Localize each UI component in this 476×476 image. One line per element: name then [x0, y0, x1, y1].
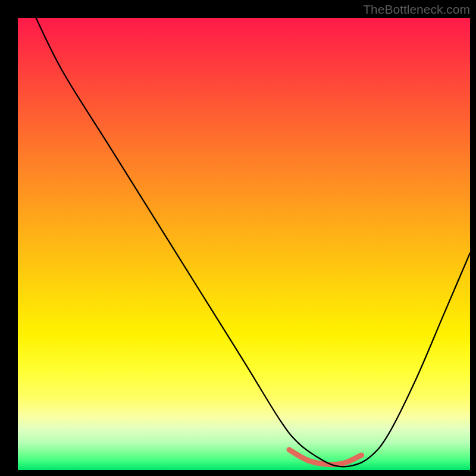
bottleneck-curve: [36, 18, 470, 466]
chart-svg: [18, 18, 470, 470]
watermark-text: TheBottleneck.com: [363, 2, 470, 17]
plot-area: [18, 18, 470, 470]
chart-container: TheBottleneck.com: [0, 0, 476, 476]
